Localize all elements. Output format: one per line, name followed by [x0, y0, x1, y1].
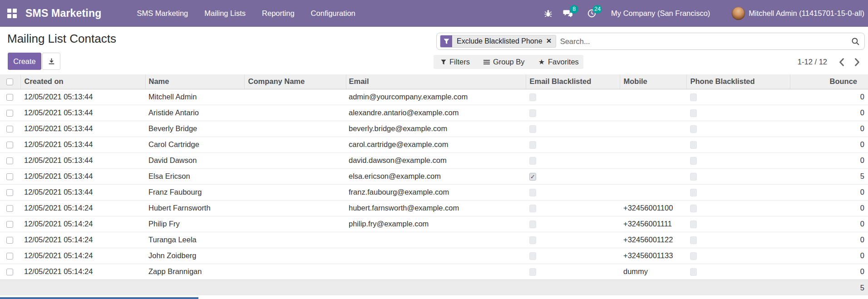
row-select-checkbox[interactable] [6, 126, 13, 132]
row-select-checkbox[interactable] [6, 189, 13, 196]
column-header-email-blacklisted[interactable]: Email Blacklisted [526, 74, 620, 89]
email-blacklisted-checkbox [529, 141, 536, 149]
company-switcher[interactable]: My Company (San Francisco) [611, 9, 710, 18]
email-blacklisted-checkbox [529, 189, 536, 196]
row-select-checkbox[interactable] [6, 173, 13, 180]
pager-next-icon[interactable] [854, 58, 860, 66]
table-row-hubert-farnsworth[interactable]: 12/05/2021 05:14:24Hubert Farnsworthhube… [0, 200, 868, 216]
row-select-checkbox[interactable] [6, 94, 13, 101]
apps-menu-square [7, 9, 11, 13]
cell-name: Aristide Antario [145, 105, 244, 121]
user-menu[interactable]: Mitchell Admin (11415701-15-0-all) [749, 9, 864, 18]
menu-reporting[interactable]: Reporting [254, 0, 303, 27]
cell-mobile: +32456001122 [620, 232, 686, 248]
search-bar[interactable]: Exclude Blacklisted Phone × Search... [436, 33, 865, 50]
cell-bounce: 0 [790, 89, 868, 105]
cell-bounce: 0 [790, 121, 868, 137]
cell-email: franz.faubourg@example.com [346, 184, 526, 200]
cell-bounce: 0 [790, 216, 868, 232]
horizontal-scrollbar-thumb[interactable] [0, 297, 198, 299]
apps-menu-square [13, 14, 17, 18]
user-avatar[interactable] [732, 7, 745, 20]
table-row-beverly-bridge[interactable]: 12/05/2021 05:13:44Beverly Bridgebeverly… [0, 121, 868, 137]
group-by-button[interactable]: Group By [483, 58, 525, 66]
cell-phone-blacklisted [686, 184, 790, 200]
facet-remove-icon[interactable]: × [547, 35, 556, 48]
menu-sms-marketing[interactable]: SMS Marketing [128, 0, 196, 27]
activities-badge: 24 [593, 5, 602, 14]
cell-name: Hubert Farnsworth [145, 200, 244, 216]
row-select-cell [0, 105, 20, 121]
cell-bounce: 0 [790, 152, 868, 168]
cell-email-blacklisted [526, 248, 620, 264]
phone-blacklisted-checkbox [690, 109, 697, 117]
cell-company-name [244, 168, 346, 184]
page-title: Mailing List Contacts [7, 32, 116, 46]
row-select-checkbox[interactable] [6, 142, 13, 148]
row-select-checkbox[interactable] [6, 237, 13, 244]
column-header-name[interactable]: Name [145, 74, 244, 89]
cell-mobile [620, 184, 686, 200]
cell-phone-blacklisted [686, 152, 790, 168]
table-row-philip-fry[interactable]: 12/05/2021 05:14:24Philip Fryphilip.fry@… [0, 216, 868, 232]
table-row-john-zoidberg[interactable]: 12/05/2021 05:14:24John Zoidberg+3245600… [0, 248, 868, 264]
app-brand[interactable]: SMS Marketing [25, 7, 101, 20]
filters-button[interactable]: Filters [441, 58, 470, 66]
cell-email-blacklisted [526, 152, 620, 168]
row-select-checkbox[interactable] [6, 221, 13, 228]
column-header-created-on[interactable]: Created on [20, 74, 145, 89]
apps-menu-icon[interactable] [7, 9, 17, 19]
row-select-checkbox[interactable] [6, 205, 13, 212]
search-input[interactable]: Search... [560, 37, 851, 46]
phone-blacklisted-checkbox [690, 141, 697, 149]
row-select-cell [0, 168, 20, 184]
table-row-zapp-brannigan[interactable]: 12/05/2021 05:14:24Zapp Brannigandummy0 [0, 264, 868, 279]
activities-clock-icon[interactable]: 24 [586, 8, 597, 20]
favorites-button[interactable]: ★ Favorites [538, 58, 579, 66]
cell-name: David Dawson [145, 152, 244, 168]
column-header-bounce[interactable]: Bounce [790, 74, 868, 89]
table-row-elsa-ericson[interactable]: 12/05/2021 05:13:44Elsa Ericsonelsa.eric… [0, 168, 868, 184]
table-row-franz-faubourg[interactable]: 12/05/2021 05:13:44Franz Faubourgfranz.f… [0, 184, 868, 200]
table-row-david-dawson[interactable]: 12/05/2021 05:13:44David Dawsondavid.daw… [0, 152, 868, 168]
menu-mailing-lists[interactable]: Mailing Lists [196, 0, 254, 27]
create-button[interactable]: Create [8, 53, 41, 70]
row-select-cell [0, 121, 20, 137]
table-row-carol-cartridge[interactable]: 12/05/2021 05:13:44Carol Cartridgecarol.… [0, 137, 868, 152]
filters-label: Filters [449, 58, 470, 66]
messages-icon[interactable]: 8 [562, 8, 574, 20]
filter-funnel-icon [440, 35, 452, 48]
row-select-checkbox[interactable] [6, 157, 13, 164]
cell-created-on: 12/05/2021 05:13:44 [20, 137, 145, 152]
table-row-turanga-leela[interactable]: 12/05/2021 05:14:24Turanga Leela+3245600… [0, 232, 868, 248]
cell-phone-blacklisted [686, 216, 790, 232]
export-button[interactable] [42, 53, 60, 70]
row-select-checkbox[interactable] [6, 110, 13, 117]
pager-range: 1-12 / 12 [798, 58, 827, 66]
cell-company-name [244, 89, 346, 105]
menu-configuration[interactable]: Configuration [303, 0, 364, 27]
cell-company-name [244, 264, 346, 279]
cell-name: Carol Cartridge [145, 137, 244, 152]
top-navbar: SMS Marketing SMS MarketingMailing Lists… [0, 0, 868, 27]
table-row-aristide-antario[interactable]: 12/05/2021 05:13:44Aristide Antarioalexa… [0, 105, 868, 121]
debug-bug-icon[interactable] [542, 8, 554, 20]
column-header-mobile[interactable]: Mobile [620, 74, 686, 89]
table-row-mitchell-admin[interactable]: 12/05/2021 05:13:44Mitchell Adminadmin@y… [0, 89, 868, 105]
pager-previous-icon[interactable] [839, 58, 844, 66]
select-all-checkbox[interactable] [6, 78, 13, 85]
bounce-total: 5 [860, 284, 864, 292]
row-select-checkbox[interactable] [6, 253, 13, 260]
column-header-email[interactable]: Email [346, 74, 526, 89]
navbar-right: 8 24 My Company (San Francisco) Mitchell… [542, 7, 868, 20]
cell-name: Mitchell Admin [145, 89, 244, 105]
row-select-cell [0, 89, 20, 105]
column-header-phone-blacklisted[interactable]: Phone Blacklisted [686, 74, 790, 89]
search-icon[interactable] [851, 37, 860, 46]
phone-blacklisted-checkbox [690, 189, 697, 196]
row-select-cell [0, 184, 20, 200]
column-header-company-name[interactable]: Company Name [244, 74, 346, 89]
email-blacklisted-checkbox [529, 109, 536, 117]
row-select-checkbox[interactable] [6, 269, 13, 275]
cell-company-name [244, 200, 346, 216]
